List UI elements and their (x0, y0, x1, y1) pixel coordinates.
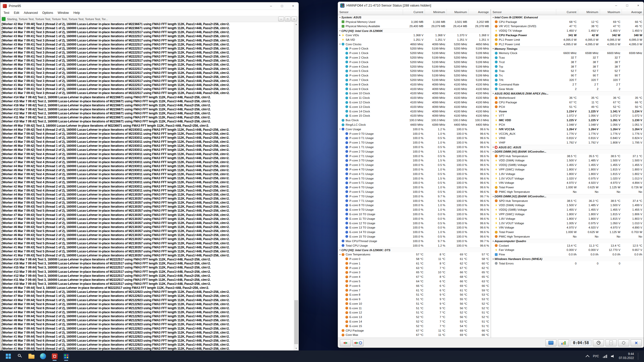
sensor-row[interactable]: E-core 9 Clock4100 MHz4099 MHz4100 MHz41… (338, 87, 491, 91)
sensor-row[interactable]: P-core 564 °C6 °C66 °C63 °C (338, 279, 491, 284)
sensor-row[interactable]: Memory Clock6600 MHz6598 MHz6600 MHz6599… (491, 51, 644, 55)
sensor-row[interactable]: P-core 1 T0 Usage100.0 %1.0 %100.0 %99.6… (338, 140, 491, 145)
sensor-row[interactable]: VIN90.816 V0.816 V0.840 V0.824 V (491, 136, 644, 141)
sensor-row[interactable]: Bus Clock100.0 MHz100.0 MHz100.0 MHz100.… (338, 118, 491, 122)
column-header-sensor[interactable]: Sensor (338, 9, 403, 15)
sensor-row[interactable]: VDDQ (SWB) Voltage1.455 V1.455 V1.455 V1… (491, 163, 644, 167)
maximize-button[interactable]: □ (276, 2, 288, 10)
sensor-row[interactable]: E-core 14 T0 Usage100.0 %1.0 %100.0 %99.… (338, 230, 491, 234)
sensor-row[interactable]: Trp38 T38 T38 T (491, 64, 644, 69)
sensor-row[interactable]: CPU Package67 °C11 °C69 °C66 °C (338, 328, 491, 333)
clock-button[interactable] (593, 339, 604, 346)
sensor-row[interactable]: P-core 3 T0 Usage100.0 %1.5 %100.0 %99.6… (338, 158, 491, 163)
sensor-row[interactable]: ▼Core Clocks4650 MHz4099 MHz5200 MHz4650… (338, 42, 491, 47)
sensor-row[interactable]: E-core 11 T0 Usage100.0 %0.0 %100.0 %99.… (338, 216, 491, 221)
sensor-row[interactable]: E-core 10 T0 Usage100.0 %0.0 %100.0 %99.… (338, 212, 491, 216)
column-header-maximum[interactable]: Maximum (600, 9, 622, 15)
sensor-row[interactable]: P-core 5 T0 Usage100.0 %1.5 %100.0 %99.6… (338, 176, 491, 181)
column-header-current[interactable]: Current (556, 9, 578, 15)
sensor-row[interactable]: PCH51 °C49 °C52 °C50 °C (491, 105, 644, 109)
taskbar-explorer[interactable] (26, 351, 37, 361)
sensor-group[interactable]: ▼Windows Hardware Errors (WHEA) (491, 257, 644, 261)
child-restore-button[interactable]: □ (285, 17, 291, 21)
sensor-row[interactable]: E-core 11 Clock4100 MHz4099 MHz4100 MHz4… (338, 96, 491, 100)
taskbar-search[interactable] (15, 351, 25, 361)
sensor-row[interactable]: VHIF1.792 V1.792 V1.808 V1.795 V (491, 140, 644, 145)
sensor-row[interactable]: P-core 0 Clock5200 MHz5199 MHz5200 MHz51… (338, 47, 491, 51)
column-header-sensor[interactable]: Sensor (491, 9, 556, 15)
sensor-row[interactable]: VIN Voltage4.970 V4.920 V4.970 V4.890 V (491, 225, 644, 230)
network-icon[interactable] (603, 355, 607, 358)
taskbar-edge[interactable] (38, 351, 48, 361)
sensor-row[interactable]: Total Errors000 (491, 261, 644, 266)
sensor-row[interactable]: P-core 161 °C8 °C62 °C60 °C (338, 261, 491, 266)
sensor-row[interactable]: Tcas32 T32 T32 T (491, 55, 644, 60)
sensor-row[interactable]: 1.8V Voltage1.800 V1.800 V1.815 V1.802 V (491, 172, 644, 176)
column-header-minimum[interactable]: Minimum (578, 9, 600, 15)
sensor-row[interactable]: P-core 1 Clock5200 MHz5199 MHz5200 MHz51… (338, 51, 491, 55)
sensor-row[interactable]: Fan Voltage0.000 V0.000 V12.770 V9.657 V (491, 248, 644, 252)
sensor-row[interactable]: P-core 2 Clock5200 MHz5199 MHz5200 MHz51… (338, 55, 491, 60)
sensor-row[interactable]: P-core 263 °C7 °C67 °C62 °C (338, 266, 491, 270)
sensor-row[interactable]: Total CPU Usage100.0 %1.2 %100.0 %99.6 % (338, 243, 491, 248)
sensor-row[interactable]: Motherboard36 °C35 °C36 °C35 °C (491, 96, 644, 100)
sensor-row[interactable]: P-core 0 T1 Usage100.0 %0.5 %100.0 %99.6… (338, 136, 491, 141)
scrollbar-thumb[interactable] (294, 300, 298, 344)
close-button[interactable]: × (631, 339, 642, 346)
sensor-row[interactable]: E-core 1352 °C7 °C56 °C52 °C (338, 315, 491, 319)
sensor-row[interactable]: P-core 6 Clock5200 MHz5199 MHz5200 MHz51… (338, 73, 491, 78)
column-header-average[interactable]: Average (622, 9, 644, 15)
taskbar-hwinfo[interactable] (61, 351, 71, 361)
sensor-row[interactable]: 1.0V VOUT Voltage1.005 V0.975 V1.050 V1.… (491, 221, 644, 225)
log-scrollbar[interactable]: ▲ ▼ (294, 22, 298, 350)
sensor-row[interactable]: E-core 13 T0 Usage100.0 %0.0 %100.0 %99.… (338, 225, 491, 230)
sensor-row[interactable]: Core Max67 °C11 °C69 °C66 °C (338, 333, 491, 337)
sensor-row[interactable]: E-core 9 T0 Usage100.0 %1.0 %100.0 %99.6… (338, 207, 491, 212)
clock[interactable]: 9:44 07.03.2022 (619, 352, 634, 360)
sensor-row[interactable]: E-core 14 Clock4100 MHz4099 MHz4100 MHz4… (338, 109, 491, 114)
sensor-row[interactable]: Physical Memory Available29,400 MB29,079… (338, 24, 491, 29)
sensor-row[interactable]: 1.8V Voltage1.800 V1.800 V1.815 V1.803 V (491, 216, 644, 221)
sensor-row[interactable]: CPU Package Power341 W42 W342 W340 W (491, 33, 644, 37)
sensor-row[interactable]: P-core 4 T0 Usage100.0 %1.0 %100.0 %99.6… (338, 167, 491, 172)
sensor-row[interactable]: P-core 365 °C10 °C66 °C65 °C (338, 270, 491, 275)
sensor-row[interactable]: VPP (SWC) Voltage1.800 V1.800 V1.815 V1.… (491, 212, 644, 216)
column-header-average[interactable]: Average (469, 9, 491, 15)
sensor-row[interactable]: P-core 6 T1 Usage100.0 %0.5 %100.0 %99.6… (338, 190, 491, 194)
prime95-titlebar[interactable]: Prime95 – □ × (0, 2, 299, 10)
sensor-row[interactable]: P-core 666 °C6 °C69 °C66 °C (338, 284, 491, 288)
tray-chevron-icon[interactable] (586, 355, 590, 359)
child-minimize-button[interactable]: – (278, 17, 284, 21)
sensor-row[interactable]: 1.0V VOUT Voltage1.020 V0.975 V1.020 V1.… (491, 176, 644, 181)
sensor-row[interactable]: P-core 5 Clock5200 MHz5199 MHz5200 MHz51… (338, 69, 491, 73)
sensor-row[interactable]: CPU Package67 °C11 °C67 °C66 °C (491, 100, 644, 105)
graph-button[interactable] (558, 339, 569, 346)
remote-sensor-button[interactable] (545, 339, 556, 346)
menu-advanced[interactable]: Advanced (21, 11, 40, 15)
close-button[interactable]: × (288, 2, 299, 10)
sensor-row[interactable]: E-core 1251 °C7 °C52 °C51 °C (338, 310, 491, 315)
sensor-row[interactable]: E-core 8 T0 Usage100.0 %1.0 %100.0 %99.6… (338, 203, 491, 207)
sensor-group[interactable]: ▼ASUS ROG MAXIMUS Z690 APEX (Nu... (491, 91, 644, 96)
sensor-group[interactable]: ▼ASUS EC: ASUS (491, 145, 644, 149)
sensor-row[interactable]: Physical Memory Used3,180 MB3,166 MB3,50… (338, 20, 491, 24)
sensor-row[interactable]: P-core 2 T0 Usage100.0 %1.5 %100.0 %99.6… (338, 149, 491, 154)
sensor-row[interactable]: CPU Package68 °C12 °C69 °C66 °C (491, 20, 644, 24)
sensor-row[interactable]: Trc90 T90 T90 T (491, 73, 644, 78)
sensor-row[interactable]: PMIC High TemperatureNoNoNoNo (491, 234, 644, 239)
sensor-row[interactable]: VR VCC Temperature (SVID)47 °C38 °C47 °C… (491, 24, 644, 29)
prime95-child-titlebar[interactable]: Starting, Torture Test, Torture Test, To… (0, 16, 299, 22)
sensor-row[interactable]: VDDQ TX Voltage1.450 V1.450 V1.450 V1.45… (491, 28, 644, 33)
sensor-row[interactable]: P-core 4 T1 Usage100.0 %0.5 %100.0 %99.6… (338, 172, 491, 176)
sensor-row[interactable]: P-core 1 T1 Usage100.0 %0.5 %100.0 %99.6… (338, 145, 491, 149)
sensor-group[interactable]: ▼CPU [#0]: Intel Core i9-12900K: DTS (338, 248, 491, 252)
menu-options[interactable]: Options (40, 11, 55, 15)
sensor-row[interactable]: SPD Hub Temperature38.5 °C36.3 °C38.5 °C… (491, 199, 644, 203)
sensor-row[interactable]: E-core 951 °C9 °C55 °C53 °C (338, 297, 491, 301)
sensor-row[interactable]: VDD (SWA) Voltage1.500 V1.485 V1.500 V1.… (491, 158, 644, 163)
sensor-row[interactable]: E-core 851 °C9 °C56 °C53 °C (338, 292, 491, 297)
sensor-row[interactable]: SA VID1.251 V1.251 V1.251 V1.251 V (338, 37, 491, 42)
sensor-group[interactable]: ▼System: ASUS (338, 15, 491, 20)
sensor-row[interactable]: Trfc320 T320 T320 T (491, 78, 644, 82)
sensor-group[interactable]: ▼Aquacomputer Quadro (491, 239, 644, 243)
